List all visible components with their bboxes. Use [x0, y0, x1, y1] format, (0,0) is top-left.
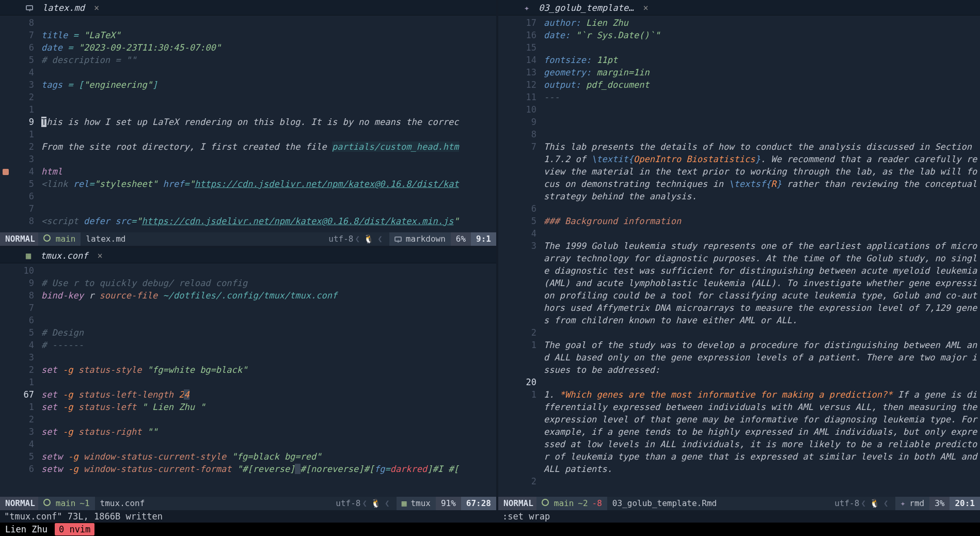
- tmux-window[interactable]: 0 nvim: [55, 523, 94, 535]
- code-line[interactable]: 67set -g status-left-length 24: [0, 388, 496, 401]
- tab-filename[interactable]: latex.md: [42, 2, 85, 14]
- code-content[interactable]: tags = ["engineering"]: [41, 78, 496, 91]
- code-content[interactable]: [41, 264, 496, 277]
- code-content[interactable]: html: [41, 165, 496, 178]
- code-line[interactable]: 16date: "`r Sys.Date()`": [498, 29, 980, 41]
- code-line[interactable]: 12output: pdf_document: [498, 78, 980, 91]
- code-content[interactable]: [41, 413, 496, 425]
- code-content[interactable]: The goal of the study was to develop a p…: [544, 339, 980, 376]
- code-content[interactable]: The 1999 Golub leukemia study represents…: [544, 240, 980, 326]
- code-line[interactable]: 1: [0, 128, 496, 140]
- code-line[interactable]: 6: [0, 190, 496, 202]
- code-content[interactable]: [41, 91, 496, 103]
- code-content[interactable]: [41, 314, 496, 326]
- code-line[interactable]: 6: [0, 314, 496, 326]
- close-icon[interactable]: ×: [643, 2, 648, 14]
- code-content[interactable]: set -g status-right "": [41, 425, 496, 438]
- code-line[interactable]: 6: [498, 202, 980, 215]
- code-line[interactable]: 1The goal of the study was to develop a …: [498, 339, 980, 376]
- code-line[interactable]: 3set -g status-right "": [0, 425, 496, 438]
- code-line[interactable]: 5<link rel="stylesheet" href="https://cd…: [0, 178, 496, 190]
- code-content[interactable]: [41, 66, 496, 78]
- pane-tmuxconf[interactable]: ▦ tmux.conf × 109# Use r to quickly debu…: [0, 248, 496, 523]
- code-content[interactable]: From the site root directory, I first cr…: [41, 140, 496, 153]
- code-line[interactable]: 2: [498, 475, 980, 487]
- code-line[interactable]: 6setw -g window-status-current-format "#…: [0, 463, 496, 475]
- code-content[interactable]: set -g status-left " Lien Zhu ": [41, 401, 496, 413]
- code-content[interactable]: setw -g window-status-current-format "#[…: [41, 463, 496, 475]
- pane-latex[interactable]: latex.md × 87title = "LaTeX"6date = "202…: [0, 0, 496, 246]
- code-line[interactable]: 2: [498, 326, 980, 339]
- code-content[interactable]: set -g status-style "fg=white bg=black": [41, 364, 496, 376]
- code-content[interactable]: [41, 376, 496, 388]
- code-content[interactable]: author: Lien Zhu: [544, 17, 980, 29]
- code-line[interactable]: 1set -g status-left " Lien Zhu ": [0, 401, 496, 413]
- code-line[interactable]: 4: [0, 66, 496, 78]
- code-line[interactable]: 2From the site root directory, I first c…: [0, 140, 496, 153]
- tab-filename[interactable]: tmux.conf: [40, 249, 88, 262]
- code-content[interactable]: # ------: [41, 339, 496, 351]
- code-content[interactable]: [41, 17, 496, 29]
- tabbar-a[interactable]: latex.md ×: [0, 0, 496, 15]
- code-line[interactable]: 4: [498, 227, 980, 240]
- code-line[interactable]: 7This lab presents the details of how to…: [498, 140, 980, 202]
- buffer-b[interactable]: 109# Use r to quickly debug/ reload conf…: [0, 263, 496, 497]
- code-line[interactable]: 11---: [498, 91, 980, 103]
- code-line[interactable]: 13geometry: margin=1in: [498, 66, 980, 78]
- code-content[interactable]: [544, 227, 980, 240]
- code-line[interactable]: 3tags = ["engineering"]: [0, 78, 496, 91]
- code-line[interactable]: 5# Design: [0, 326, 496, 339]
- code-content[interactable]: # Use r to quickly debug/ reload config: [41, 277, 496, 289]
- code-line[interactable]: 8: [0, 17, 496, 29]
- code-line[interactable]: 1: [0, 376, 496, 388]
- code-content[interactable]: [41, 103, 496, 116]
- code-line[interactable]: 10: [0, 264, 496, 277]
- code-line[interactable]: 9: [498, 116, 980, 128]
- code-content[interactable]: [544, 41, 980, 54]
- code-content[interactable]: [544, 202, 980, 215]
- code-content[interactable]: setw -g window-status-current-style "fg=…: [41, 450, 496, 463]
- code-line[interactable]: 4: [0, 438, 496, 450]
- code-content[interactable]: geometry: margin=1in: [544, 66, 980, 78]
- code-line[interactable]: 7: [0, 302, 496, 314]
- code-content[interactable]: 1. *Which genes are the most informative…: [544, 388, 980, 475]
- code-line[interactable]: 7title = "LaTeX": [0, 29, 496, 41]
- code-line[interactable]: 14fontsize: 11pt: [498, 54, 980, 66]
- code-line[interactable]: 3The 1999 Golub leukemia study represent…: [498, 240, 980, 326]
- code-content[interactable]: # description = "": [41, 54, 496, 66]
- code-line[interactable]: 2set -g status-style "fg=white bg=black": [0, 364, 496, 376]
- code-line[interactable]: 6date = "2023-09-23T11:30:45-07:00": [0, 41, 496, 54]
- code-line[interactable]: 9# Use r to quickly debug/ reload config: [0, 277, 496, 289]
- code-line[interactable]: 7: [0, 202, 496, 215]
- code-content[interactable]: [41, 153, 496, 165]
- code-content[interactable]: date = "2023-09-23T11:30:45-07:00": [41, 41, 496, 54]
- tabbar-c[interactable]: ✦ 03_golub_template… ×: [498, 0, 980, 15]
- code-line[interactable]: 8<script defer src="https://cdn.jsdelivr…: [0, 215, 496, 227]
- code-content[interactable]: ### Background information: [544, 215, 980, 227]
- close-icon[interactable]: ×: [94, 2, 99, 14]
- command-line[interactable]: :set wrap: [498, 510, 980, 523]
- tabbar-b[interactable]: ▦ tmux.conf ×: [0, 248, 496, 263]
- code-content[interactable]: # Design: [41, 326, 496, 339]
- code-content[interactable]: This is how I set up LaTeX rendering on …: [41, 116, 496, 128]
- code-content[interactable]: output: pdf_document: [544, 78, 980, 91]
- tab-filename[interactable]: 03_golub_template…: [539, 2, 634, 14]
- code-line[interactable]: 17author: Lien Zhu: [498, 17, 980, 29]
- code-content[interactable]: bind-key r source-file ~/dotfiles/.confi…: [41, 289, 496, 302]
- code-content[interactable]: [544, 116, 980, 128]
- code-line[interactable]: 9This is how I set up LaTeX rendering on…: [0, 116, 496, 128]
- code-line[interactable]: 4html: [0, 165, 496, 178]
- code-content[interactable]: ---: [544, 91, 980, 103]
- buffer-a[interactable]: 87title = "LaTeX"6date = "2023-09-23T11:…: [0, 15, 496, 232]
- code-line[interactable]: 8bind-key r source-file ~/dotfiles/.conf…: [0, 289, 496, 302]
- code-line[interactable]: 2: [0, 91, 496, 103]
- code-content[interactable]: [544, 376, 980, 388]
- code-content[interactable]: [41, 202, 496, 215]
- code-content[interactable]: [544, 326, 980, 339]
- code-content[interactable]: [544, 128, 980, 140]
- code-line[interactable]: 11. *Which genes are the most informativ…: [498, 388, 980, 475]
- buffer-c[interactable]: 17author: Lien Zhu16date: "`r Sys.Date()…: [498, 15, 980, 497]
- code-line[interactable]: 10: [498, 103, 980, 116]
- code-content[interactable]: date: "`r Sys.Date()`": [544, 29, 980, 41]
- code-content[interactable]: <script defer src="https://cdn.jsdelivr.…: [41, 215, 496, 227]
